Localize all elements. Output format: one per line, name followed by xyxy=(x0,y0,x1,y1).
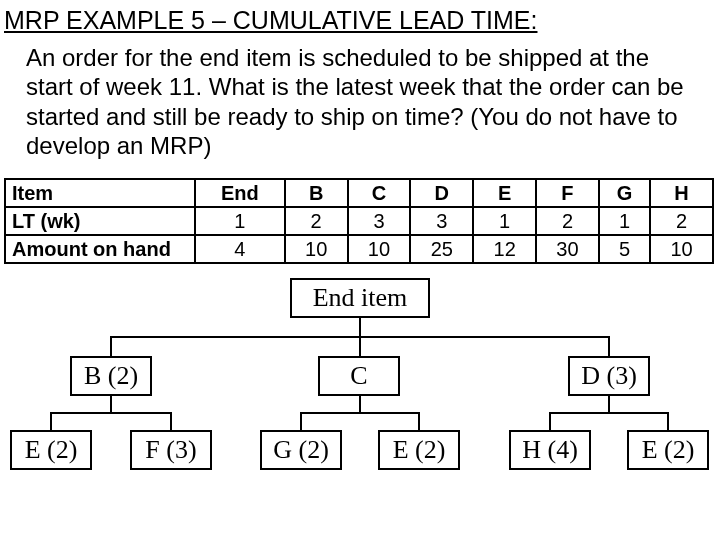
bom-node-b: B (2) xyxy=(70,356,152,396)
connector-line xyxy=(170,412,172,430)
table-row: LT (wk) 1 2 3 3 1 2 1 2 xyxy=(5,207,713,235)
cell: 10 xyxy=(650,235,713,263)
cell: 2 xyxy=(650,207,713,235)
connector-line xyxy=(110,336,112,356)
connector-line xyxy=(418,412,420,430)
cell: 3 xyxy=(348,207,411,235)
cell: 5 xyxy=(599,235,650,263)
connector-line xyxy=(549,412,669,414)
connector-line xyxy=(300,412,420,414)
connector-line xyxy=(667,412,669,430)
row-header-lt: LT (wk) xyxy=(5,207,195,235)
cell: 1 xyxy=(473,207,536,235)
cell: 10 xyxy=(285,235,348,263)
cell: G xyxy=(599,179,650,207)
bom-node-end: End item xyxy=(290,278,430,318)
bom-node-e: E (2) xyxy=(378,430,460,470)
cell: D xyxy=(410,179,473,207)
row-header-item: Item xyxy=(5,179,195,207)
table-row: Item End B C D E F G H xyxy=(5,179,713,207)
cell: B xyxy=(285,179,348,207)
cell: 4 xyxy=(195,235,285,263)
bom-tree: End item B (2) C D (3) E (2) F (3) G (2)… xyxy=(0,278,720,488)
cell: 25 xyxy=(410,235,473,263)
cell: 2 xyxy=(285,207,348,235)
page-title: MRP EXAMPLE 5 – CUMULATIVE LEAD TIME: xyxy=(0,0,720,37)
cell: 2 xyxy=(536,207,599,235)
table-row: Amount on hand 4 10 10 25 12 30 5 10 xyxy=(5,235,713,263)
cell: End xyxy=(195,179,285,207)
bom-node-e: E (2) xyxy=(627,430,709,470)
problem-statement: An order for the end item is scheduled t… xyxy=(0,37,720,170)
cell: 1 xyxy=(195,207,285,235)
cell: H xyxy=(650,179,713,207)
cell: C xyxy=(348,179,411,207)
connector-line xyxy=(608,396,610,412)
row-header-onhand: Amount on hand xyxy=(5,235,195,263)
bom-node-e: E (2) xyxy=(10,430,92,470)
connector-line xyxy=(50,412,52,430)
cell: 12 xyxy=(473,235,536,263)
connector-line xyxy=(300,412,302,430)
bom-node-f: F (3) xyxy=(130,430,212,470)
connector-line xyxy=(549,412,551,430)
connector-line xyxy=(50,412,172,414)
connector-line xyxy=(110,396,112,412)
bom-node-d: D (3) xyxy=(568,356,650,396)
bom-node-h: H (4) xyxy=(509,430,591,470)
connector-line xyxy=(359,336,361,356)
connector-line xyxy=(359,396,361,412)
bom-node-c: C xyxy=(318,356,400,396)
cell: 30 xyxy=(536,235,599,263)
cell: 10 xyxy=(348,235,411,263)
cell: 3 xyxy=(410,207,473,235)
connector-line xyxy=(359,318,361,336)
lead-time-table: Item End B C D E F G H LT (wk) 1 2 3 3 1… xyxy=(4,178,714,264)
cell: F xyxy=(536,179,599,207)
cell: 1 xyxy=(599,207,650,235)
connector-line xyxy=(608,336,610,356)
cell: E xyxy=(473,179,536,207)
bom-node-g: G (2) xyxy=(260,430,342,470)
